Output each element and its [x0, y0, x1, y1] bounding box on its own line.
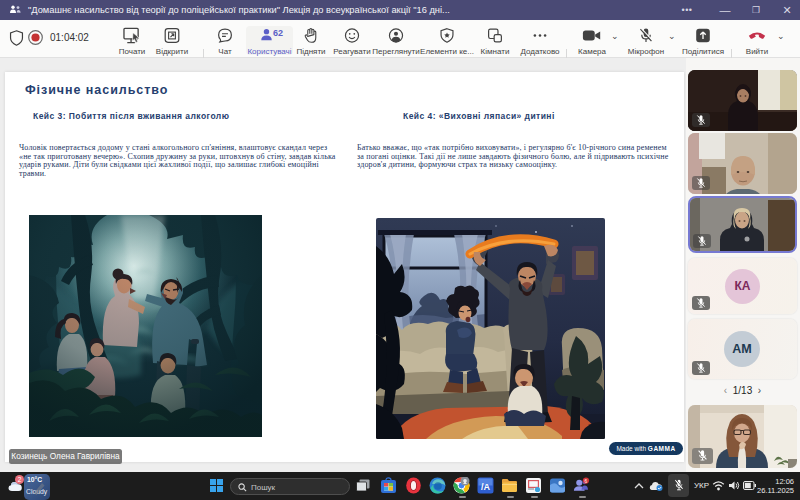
svg-text:/A: /A — [481, 482, 491, 492]
svg-text:6: 6 — [585, 479, 588, 484]
